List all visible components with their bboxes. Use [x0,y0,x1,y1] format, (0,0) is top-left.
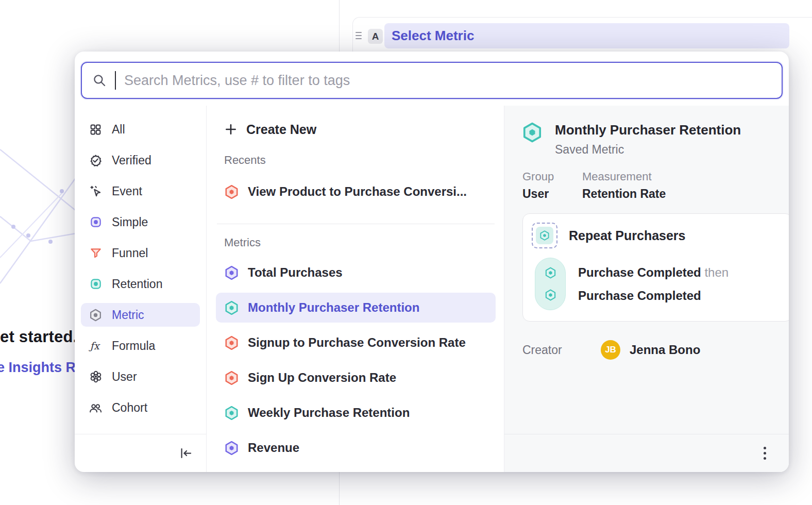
sidebar-item-label: Simple [112,215,148,229]
step-2-event: Purchase Completed [578,289,701,302]
creator-avatar: JB [601,340,620,360]
step-connector: then [704,265,729,279]
cohort-people-icon [89,401,103,415]
metric-subtitle: Saved Metric [555,143,741,157]
sidebar-item-label: Retention [112,277,162,291]
metric-letter-badge[interactable]: A [368,29,383,44]
hexagon-coral-icon [224,335,240,351]
formula-icon: ƒx [89,339,103,353]
recent-item-label: View Product to Purchase Conversi... [248,184,467,199]
metric-detail-panel: Monthly Purchaser Retention Saved Metric… [504,106,789,472]
verified-badge-icon [89,154,103,167]
metric-item-label: Revenue [248,441,299,455]
metric-item-label: Total Purchases [248,265,343,280]
hexagon-teal-icon [539,230,550,241]
metric-title: Monthly Purchaser Retention [555,122,741,138]
funnel-icon [89,246,103,260]
sidebar-item-label: Verified [112,154,151,167]
grid-icon [89,123,103,137]
step-hexagon-icon [544,289,557,301]
text-caret [115,71,116,90]
metric-item-monthly-purchaser-retention[interactable]: Monthly Purchaser Retention [216,293,496,323]
collapse-left-icon [179,446,193,460]
cursor-click-icon [89,184,103,198]
recent-item-view-product-to-purchase[interactable]: View Product to Purchase Conversi... [216,177,496,207]
metric-item-label: Sign Up Conversion Rate [248,371,396,385]
hexagon-teal-icon [521,121,544,144]
plus-icon [224,123,238,136]
metric-item-total-purchases[interactable]: Total Purchases [216,258,496,288]
sidebar-item-cohort[interactable]: Cohort [81,396,200,419]
metric-meta: Group Measurement User Retention Rate [522,170,775,201]
sidebar-item-event[interactable]: Event [81,179,200,203]
sidebar-item-label: Funnel [112,246,148,260]
hexagon-coral-icon [224,184,240,200]
metric-item-signup-to-purchase-conversion-rate[interactable]: Signup to Purchase Conversion Rate [216,328,496,358]
steps-connector-pill [535,258,566,310]
sidebar-item-label: Event [112,184,142,198]
sidebar-item-metric[interactable]: Metric [81,303,200,327]
sidebar-item-label: All [112,123,125,137]
recents-section-header: Recents [224,153,496,167]
creator-label: Creator [522,343,601,357]
measurement-label: Measurement [582,170,775,183]
select-metric-field[interactable]: Select Metric [384,23,789,48]
sidebar-item-simple[interactable]: Simple [81,210,200,234]
select-metric-label: Select Metric [392,28,474,44]
step-1: Purchase Completed then [578,265,729,280]
metric-item-sign-up-conversion-rate[interactable]: Sign Up Conversion Rate [216,363,496,393]
user-flower-icon [89,370,103,384]
sidebar-item-label: User [112,370,137,384]
hexagon-purple-icon [224,265,240,281]
sidebar-item-formula[interactable]: ƒx Formula [81,334,200,358]
drag-handle-icon[interactable] [356,32,362,39]
step-2: Purchase Completed [578,289,729,303]
group-value: User [522,187,570,201]
hexagon-teal-icon [224,405,240,421]
measurement-value: Retention Rate [582,187,775,201]
create-new-label: Create New [246,122,316,137]
dashed-metric-icon [532,223,557,248]
step-1-event: Purchase Completed [578,265,701,279]
creator-name: Jenna Bono [630,343,700,357]
sidebar-item-label: Cohort [112,401,147,415]
metric-item-label: Weekly Purchase Retention [248,406,410,420]
metric-list: Create New Recents View Product to Purch… [207,106,504,472]
list-divider [217,224,495,224]
collapse-sidebar-button[interactable] [179,446,193,460]
metric-picker-modal: All Verified [75,52,789,472]
search-bar[interactable] [81,62,783,99]
metric-item-weekly-purchase-retention[interactable]: Weekly Purchase Retention [216,398,496,428]
group-label: Group [522,170,570,183]
detail-header: Monthly Purchaser Retention Saved Metric [521,121,775,157]
sidebar-item-retention[interactable]: Retention [81,272,200,296]
simple-metric-icon [89,215,103,229]
sidebar-footer [75,434,206,472]
create-new-button[interactable]: Create New [216,116,496,143]
sidebar-item-verified[interactable]: Verified [81,148,200,172]
svg-text:ƒx: ƒx [89,340,100,351]
page-headline-fragment: et started. [0,328,77,346]
creator-row: Creator JB Jenna Bono [522,340,775,360]
retention-icon [89,277,103,291]
step-hexagon-icon [544,266,557,279]
insights-report-link-fragment[interactable]: e Insights Re [0,360,83,376]
sidebar-item-all[interactable]: All [81,117,200,141]
search-input[interactable] [124,73,771,89]
hexagon-teal-icon [224,300,240,316]
detail-footer [504,434,789,472]
hexagon-coral-icon [224,370,240,386]
metric-item-label: Signup to Purchase Conversion Rate [248,335,466,350]
metric-item-revenue[interactable]: Revenue [216,433,496,463]
search-icon [92,73,107,88]
sidebar-item-user[interactable]: User [81,365,200,389]
sidebar-item-funnel[interactable]: Funnel [81,241,200,265]
overflow-menu-button[interactable] [760,444,769,463]
sidebar-item-label: Formula [112,339,155,353]
repeat-purchasers-card: Repeat Purchasers [522,213,789,322]
hexagon-purple-icon [224,440,240,456]
sidebar-item-label: Metric [112,308,144,322]
card-title: Repeat Purchasers [569,228,686,243]
category-sidebar: All Verified [75,106,207,472]
metric-item-label: Monthly Purchaser Retention [248,300,419,315]
